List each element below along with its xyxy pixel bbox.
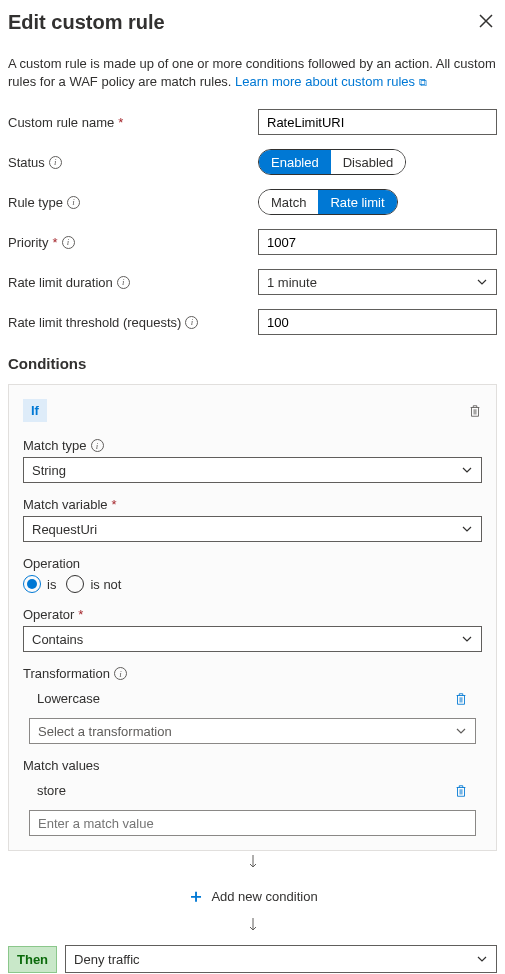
radio-unchecked-icon	[66, 575, 84, 593]
operation-is-label: is	[47, 577, 56, 592]
conditions-title: Conditions	[8, 355, 497, 372]
transformation-placeholder: Select a transformation	[38, 724, 172, 739]
chevron-down-icon	[461, 464, 473, 476]
chevron-down-icon	[455, 725, 467, 737]
chevron-down-icon	[476, 953, 488, 965]
info-icon[interactable]: i	[114, 667, 127, 680]
duration-value: 1 minute	[267, 275, 317, 290]
external-link-icon: ⧉	[419, 76, 427, 88]
operator-select[interactable]: Contains	[23, 626, 482, 652]
chevron-down-icon	[461, 523, 473, 535]
add-condition-button[interactable]: ＋ Add new condition	[8, 878, 497, 914]
rule-type-match-pill[interactable]: Match	[259, 190, 318, 214]
transformation-value: Lowercase	[37, 691, 100, 706]
duration-label: Rate limit duration i	[8, 275, 258, 290]
match-type-select[interactable]: String	[23, 457, 482, 483]
page-title: Edit custom rule	[8, 11, 165, 34]
if-badge: If	[23, 399, 47, 422]
threshold-input[interactable]	[258, 309, 497, 335]
trash-icon[interactable]	[468, 404, 482, 418]
trash-icon[interactable]	[454, 692, 468, 706]
name-input[interactable]	[258, 109, 497, 135]
info-icon[interactable]: i	[62, 236, 75, 249]
status-disabled-pill[interactable]: Disabled	[331, 150, 406, 174]
add-condition-label: Add new condition	[211, 889, 317, 904]
close-icon	[479, 14, 493, 28]
match-variable-value: RequestUri	[32, 522, 97, 537]
priority-label: Priority* i	[8, 235, 258, 250]
info-icon[interactable]: i	[67, 196, 80, 209]
radio-checked-icon	[23, 575, 41, 593]
transformation-select[interactable]: Select a transformation	[29, 718, 476, 744]
operator-value: Contains	[32, 632, 83, 647]
match-value-item: store	[37, 783, 66, 798]
match-type-label: Match type i	[23, 438, 482, 453]
match-variable-label: Match variable*	[23, 497, 482, 512]
close-button[interactable]	[475, 8, 497, 37]
info-icon[interactable]: i	[49, 156, 62, 169]
name-label: Custom rule name*	[8, 115, 258, 130]
status-label: Status i	[8, 155, 258, 170]
description-text: A custom rule is made up of one or more …	[8, 55, 497, 91]
match-type-value: String	[32, 463, 66, 478]
plus-icon: ＋	[187, 884, 205, 908]
operation-is-radio[interactable]: is	[23, 575, 56, 593]
arrow-down-icon	[8, 851, 497, 878]
learn-more-link[interactable]: Learn more about custom rules ⧉	[235, 74, 427, 89]
info-icon[interactable]: i	[185, 316, 198, 329]
status-enabled-pill[interactable]: Enabled	[259, 150, 331, 174]
chevron-down-icon	[476, 276, 488, 288]
operation-isnot-radio[interactable]: is not	[66, 575, 121, 593]
chevron-down-icon	[461, 633, 473, 645]
info-icon[interactable]: i	[117, 276, 130, 289]
rule-type-label: Rule type i	[8, 195, 258, 210]
info-icon[interactable]: i	[91, 439, 104, 452]
action-value: Deny traffic	[74, 952, 140, 967]
then-badge: Then	[8, 946, 57, 973]
match-value-input[interactable]	[29, 810, 476, 836]
arrow-down-icon	[8, 914, 497, 941]
status-toggle[interactable]: Enabled Disabled	[258, 149, 406, 175]
rule-type-toggle[interactable]: Match Rate limit	[258, 189, 398, 215]
operation-isnot-label: is not	[90, 577, 121, 592]
operator-label: Operator*	[23, 607, 482, 622]
condition-card: If Match type i String Match variable* R…	[8, 384, 497, 851]
match-values-label: Match values	[23, 758, 482, 773]
duration-select[interactable]: 1 minute	[258, 269, 497, 295]
operation-label: Operation	[23, 556, 482, 571]
match-variable-select[interactable]: RequestUri	[23, 516, 482, 542]
threshold-label: Rate limit threshold (requests) i	[8, 315, 258, 330]
transformation-label: Transformation i	[23, 666, 482, 681]
priority-input[interactable]	[258, 229, 497, 255]
rule-type-rate-pill[interactable]: Rate limit	[318, 190, 396, 214]
trash-icon[interactable]	[454, 784, 468, 798]
action-select[interactable]: Deny traffic	[65, 945, 497, 973]
